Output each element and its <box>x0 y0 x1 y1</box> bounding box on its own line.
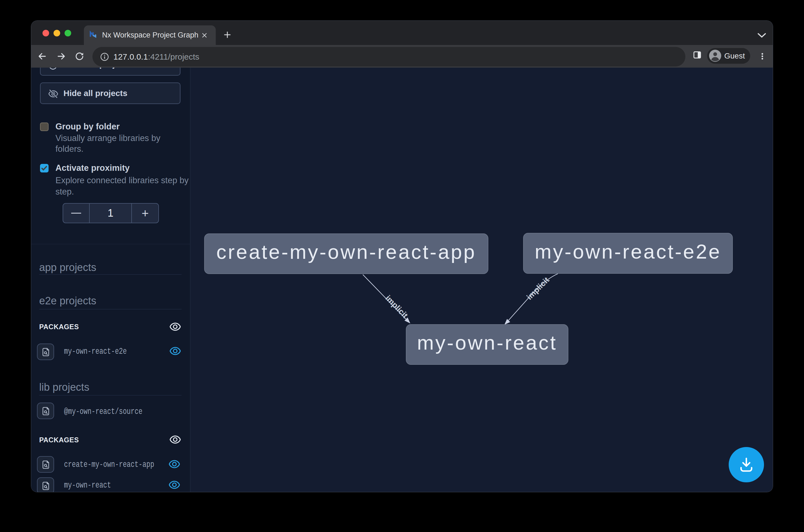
svg-text:implicit: implicit <box>525 276 551 302</box>
svg-text:implicit: implicit <box>384 293 410 320</box>
